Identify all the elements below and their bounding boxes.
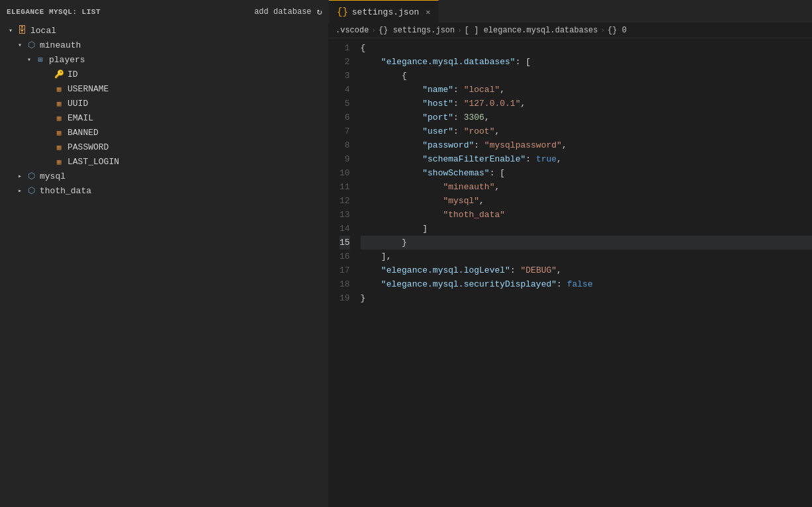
arrow-local: ▾ <box>5 26 16 34</box>
arrow-mysql: ▸ <box>15 172 25 180</box>
table-icon-players: ⊞ <box>34 55 46 65</box>
tab-icon: {} <box>337 7 348 17</box>
breadcrumb: .vscode › {} settings.json › [ ] eleganc… <box>329 23 812 38</box>
code-content: { "elegance.mysql.databases": [ { "name"… <box>358 41 812 504</box>
tab-bar: {} settings.json ✕ <box>329 0 812 23</box>
breadcrumb-file: {} settings.json <box>379 26 455 35</box>
tree-label-last-login: LAST_LOGIN <box>68 157 119 167</box>
tree-item-uuid[interactable]: ▸ ▦ UUID <box>0 96 328 111</box>
schema-icon-thoth-data: ⬡ <box>25 185 37 196</box>
sidebar-header: ELEGANCE MYSQL: LIST add database ↻ <box>0 0 329 23</box>
breadcrumb-vscode: .vscode <box>336 26 369 35</box>
col-icon-password: ▦ <box>53 143 65 152</box>
breadcrumb-sep-1: › <box>371 26 376 34</box>
breadcrumb-array: [ ] elegance.mysql.databases <box>465 26 598 35</box>
tree-item-last-login[interactable]: ▸ ▦ LAST_LOGIN <box>0 154 328 169</box>
code-line-7: "user": "root", <box>361 124 812 138</box>
tree-item-password[interactable]: ▸ ▦ PASSWORD <box>0 140 328 154</box>
code-line-13: "thoth_data" <box>361 208 812 222</box>
tree-item-mineauth[interactable]: ▾ ⬡ mineauth <box>0 38 328 52</box>
tree-label-password: PASSWORD <box>68 142 109 152</box>
breadcrumb-obj: {} 0 <box>608 26 627 35</box>
tab-settings-json[interactable]: {} settings.json ✕ <box>329 0 439 23</box>
code-line-4: "name": "local", <box>361 83 812 97</box>
tree-label-mysql: mysql <box>40 171 66 181</box>
col-icon-username: ▦ <box>53 85 65 93</box>
breadcrumb-sep-3: › <box>601 26 606 34</box>
code-editor[interactable]: 1 2 3 4 5 6 7 8 9 10 11 12 13 14 15 16 1… <box>329 38 812 507</box>
tree-label-username: USERNAME <box>68 84 109 94</box>
tree-item-username[interactable]: ▸ ▦ USERNAME <box>0 81 328 96</box>
code-line-14: ] <box>361 222 812 236</box>
tree-label-players: players <box>49 55 85 65</box>
arrow-players: ▾ <box>24 56 34 64</box>
key-icon-id: 🔑 <box>53 69 65 79</box>
tree-label-email: EMAIL <box>68 113 93 123</box>
code-line-11: "mineauth", <box>361 180 812 194</box>
tree-label-mineauth: mineauth <box>40 40 81 50</box>
schema-icon-mysql: ⬡ <box>25 171 37 181</box>
code-line-15: } <box>361 236 812 250</box>
breadcrumb-sep-2: › <box>457 26 462 34</box>
tree-label-local: local <box>30 26 56 36</box>
tree-label-id: ID <box>68 69 78 79</box>
tree-label-banned: BANNED <box>68 128 99 138</box>
code-line-12: "mysql", <box>361 194 812 208</box>
code-line-8: "password": "mysqlpassword", <box>361 138 812 152</box>
editor-area: .vscode › {} settings.json › [ ] eleganc… <box>329 23 812 507</box>
sidebar-actions: add database ↻ <box>254 6 322 17</box>
tab-close-button[interactable]: ✕ <box>426 7 430 17</box>
tree-item-mysql[interactable]: ▸ ⬡ mysql <box>0 169 328 183</box>
tree-item-id[interactable]: ▸ 🔑 ID <box>0 67 328 81</box>
code-line-1: { <box>361 41 812 55</box>
schema-icon-mineauth: ⬡ <box>25 40 37 50</box>
line-numbers: 1 2 3 4 5 6 7 8 9 10 11 12 13 14 15 16 1… <box>329 41 358 504</box>
col-icon-last-login: ▦ <box>53 158 65 166</box>
tree-item-thoth-data[interactable]: ▸ ⬡ thoth_data <box>0 183 328 198</box>
arrow-mineauth: ▾ <box>15 41 25 49</box>
code-line-19: } <box>361 291 812 305</box>
arrow-thoth-data: ▸ <box>15 187 25 195</box>
code-line-9: "schemaFilterEnable": true, <box>361 152 812 166</box>
db-icon-local: 🗄 <box>16 25 28 36</box>
code-line-3: { <box>361 69 812 83</box>
refresh-icon[interactable]: ↻ <box>317 6 322 17</box>
code-line-16: ], <box>361 250 812 263</box>
sidebar-tree: ▾ 🗄 local ▾ ⬡ mineauth ▾ ⊞ players ▸ 🔑 I… <box>0 23 329 507</box>
add-database-button[interactable]: add database <box>254 7 311 17</box>
code-line-5: "host": "127.0.0.1", <box>361 97 812 111</box>
code-line-6: "port": 3306, <box>361 111 812 124</box>
code-line-10: "showSchemas": [ <box>361 166 812 180</box>
tree-item-players[interactable]: ▾ ⊞ players <box>0 52 328 67</box>
code-line-18: "elegance.mysql.securityDisplayed": fals… <box>361 277 812 291</box>
code-line-17: "elegance.mysql.logLevel": "DEBUG", <box>361 263 812 277</box>
col-icon-banned: ▦ <box>53 128 65 137</box>
tree-item-email[interactable]: ▸ ▦ EMAIL <box>0 111 328 125</box>
tree-label-uuid: UUID <box>68 99 88 109</box>
code-line-2: "elegance.mysql.databases": [ <box>361 55 812 69</box>
col-icon-email: ▦ <box>53 114 65 122</box>
tab-label: settings.json <box>352 7 419 17</box>
tree-item-local[interactable]: ▾ 🗄 local <box>0 23 328 38</box>
tree-label-thoth-data: thoth_data <box>40 186 91 196</box>
sidebar-title: ELEGANCE MYSQL: LIST <box>7 8 101 16</box>
col-icon-uuid: ▦ <box>53 99 65 108</box>
tree-item-banned[interactable]: ▸ ▦ BANNED <box>0 125 328 140</box>
